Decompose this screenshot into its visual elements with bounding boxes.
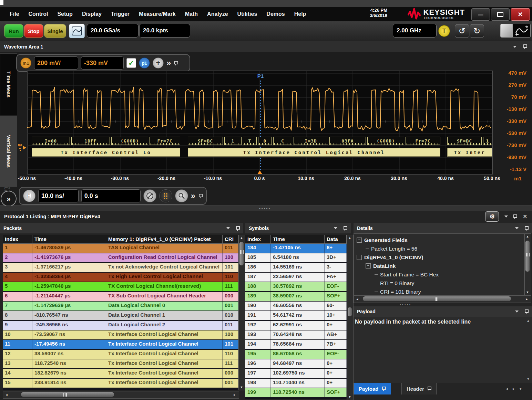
packet-row[interactable]: 4-1.32358364 µsTx High Level Control Log… [3,273,238,282]
decode-channel-segment[interactable]: Tx Interface Control Logical Channel [188,148,440,157]
packet-row[interactable]: 7-1.14729639 µsData Logical Channel 0001 [3,302,238,310]
menu-measure-mark[interactable]: Measure/Mark [139,11,176,17]
tab-header[interactable]: Header [401,383,437,394]
run-button[interactable]: Run [4,24,23,38]
ground-marker-m1[interactable]: m1 [18,143,27,155]
payload-scroll-down-icon[interactable]: ▼ [526,377,530,381]
menu-demos[interactable]: Demos [266,11,285,17]
scroll-left-icon[interactable]: ◄ [355,296,360,302]
trigger-badge[interactable]: T [438,25,450,37]
decode-value-segment[interactable]: T [243,137,257,145]
packet-row-selected[interactable]: 11-17.49456 nsTx Interface Control Logic… [3,340,238,349]
symbol-row[interactable]: 19586.67058 nsEOF- [245,350,347,359]
tab-pin-icon[interactable] [427,386,431,391]
menu-file[interactable]: File [10,11,19,17]
symbol-row[interactable]: 18830.57892 nsEOF- [245,282,347,291]
symbol-row[interactable]: 199118.72540 nsSOF+ [245,388,347,397]
packet-row[interactable]: 10-73.59067 nsTx Interface Control Logic… [3,330,238,339]
packet-row[interactable]: 1238.59007 nsTx Interface Control Logica… [3,350,238,359]
vertical-scale-field[interactable]: 200 mV/ [34,56,78,70]
protocol-pin-icon[interactable] [513,214,517,219]
symbol-row[interactable]: 18722.56597 nsFA+ [245,273,347,282]
menu-control[interactable]: Control [29,11,48,17]
details-tree-item[interactable]: −DataLink [357,262,439,270]
details-tree-item[interactable]: −DigRFv4_1_0 (CRCINV) [357,253,439,262]
menu-trigger[interactable]: Trigger [111,11,130,17]
restore-button[interactable] [491,8,510,21]
histogram-button[interactable] [159,189,172,202]
packet-row[interactable]: 13118.72540 nsTx Interface Control Logic… [3,359,238,368]
packets-dropdown-icon[interactable] [226,227,230,229]
scroll-down-icon[interactable]: ▼ [525,290,530,295]
menu-math[interactable]: Math [185,11,198,17]
protocol-settings-button[interactable]: ⚙ [485,211,499,222]
scroll-down-icon[interactable]: ▼ [347,394,352,400]
tree-collapse-icon[interactable]: − [357,255,362,260]
symbols-vscroll-thumb[interactable] [348,307,352,316]
scroll-right-icon[interactable]: ► [524,296,530,302]
horizontal-badge[interactable]: H [23,190,35,202]
symbol-row[interactable]: 19694.68497 ns0+ [245,359,347,368]
packets-hscroll-thumb[interactable] [21,392,114,397]
menu-utilities[interactable]: Utilities [237,11,257,17]
scroll-right-icon[interactable]: ► [232,392,237,398]
symbol-row[interactable]: 19154.61742 ns10+ [245,311,347,320]
packet-row[interactable]: 5-1.25947840 µsTX Control Logical Channe… [3,282,238,291]
memory-depth-field[interactable]: 20.0 kpts [139,24,190,38]
waveform-area-pin-icon[interactable] [523,44,527,49]
packet-row[interactable]: 3-1.37166217 µsTx not Acknowledge Contro… [3,263,238,272]
details-splitter-grip[interactable]: ••••• [400,303,411,306]
scroll-up-icon[interactable]: ▲ [525,234,530,239]
scroll-up-icon[interactable]: ▲ [239,235,244,241]
horizontal-more-chevron-icon[interactable]: » [191,192,195,199]
decode-value-segment[interactable]: 1DFF [71,137,110,145]
channel-visible-checkbox[interactable]: ✓ [126,58,136,68]
details-vscrollbar[interactable]: ▲ ▼ [524,233,531,295]
symbol-row[interactable]: 19046.60556 ns60- [245,302,347,310]
decode-value-segment[interactable]: I=3D [294,137,328,145]
minimize-button[interactable]: — [471,8,490,21]
probe-p1-badge[interactable]: p1 [139,57,150,69]
packets-pin-icon[interactable] [235,226,240,231]
sample-rate-field[interactable]: 20.0 GSa/s [87,24,139,38]
close-button[interactable]: ✕ [511,8,530,21]
display-settings-button[interactable] [69,24,85,38]
packet-row[interactable]: 14182.82679 nsTx Interface Control Logic… [3,369,238,378]
scroll-left-icon[interactable]: ◄ [4,392,9,398]
packets-vscroll-thumb[interactable] [239,242,244,265]
menu-analyze[interactable]: Analyze [207,11,228,17]
packet-row[interactable]: 1-1.46780539 µsTAS Logical Channel011 [3,244,238,253]
waveform-tool-button[interactable] [500,24,531,38]
tab-payload[interactable]: Payload [354,383,391,394]
menu-display[interactable]: Display [82,11,102,17]
symbols-vscrollbar[interactable]: ▲ ▼ [347,235,354,400]
decode-value-segment[interactable]: (GOOD) [367,137,404,145]
decode-value-segment[interactable]: 0 [258,137,272,145]
details-tree-item[interactable]: CRI = 101 Binary [357,287,439,295]
tree-collapse-icon[interactable]: − [366,263,371,269]
scroll-up-icon[interactable]: ▲ [347,235,352,241]
stop-button[interactable]: Stop [24,24,43,38]
decode-value-segment[interactable]: Fr=7C [150,137,180,145]
channel-more-chevron-icon[interactable]: » [166,60,171,66]
decode-value-segment[interactable]: 1 [224,137,242,145]
single-button[interactable]: Single [44,24,66,38]
channel-bar-pin-icon[interactable] [174,61,178,66]
details-tree-item[interactable]: Start of Frame = BC Hex [357,270,439,279]
packets-hscrollbar[interactable]: ◄ ► [3,391,239,399]
details-tree-item[interactable]: RTI = 0 Binary [357,279,439,287]
protocol-close-icon[interactable]: ✕ [523,213,527,220]
decode-value-segment[interactable]: I=00 [32,137,70,145]
tab-nav-icons[interactable]: ◄►▼ [505,387,526,391]
protocol-dropdown-icon[interactable] [504,215,508,218]
redo-button[interactable]: ↻ [470,24,484,38]
channel-m1-badge[interactable]: m1 [20,57,31,69]
packets-vscrollbar[interactable]: ▲ ▼ [238,235,245,390]
tab-pin-icon[interactable] [381,386,386,391]
symbol-row[interactable]: 18614.55169 ns3- [245,263,347,272]
tab-vertical-meas[interactable]: Vertical Meas [0,116,17,187]
symbol-row-selected[interactable]: 184-1.47105 ns8+ [245,244,347,253]
scroll-down-icon[interactable]: ▼ [239,385,244,390]
packet-row[interactable]: 2-1.41973676 µsConfiguration Read Contro… [3,253,238,262]
add-channel-button[interactable]: + [153,57,164,69]
